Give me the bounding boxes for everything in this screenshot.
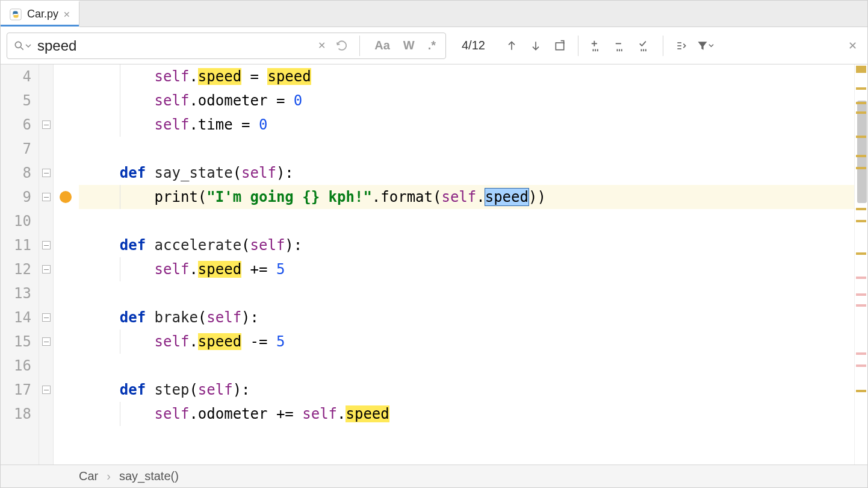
- line-number: 18: [1, 402, 31, 426]
- line-number: 13: [1, 281, 31, 305]
- fold-handle-icon[interactable]: [42, 241, 51, 249]
- python-file-icon: [9, 8, 22, 21]
- code-line[interactable]: self.speed += 5: [79, 257, 854, 281]
- fold-handle-icon[interactable]: [42, 386, 51, 394]
- add-selection-icon[interactable]: [586, 35, 607, 57]
- marker-match[interactable]: [856, 87, 866, 90]
- search-icon[interactable]: [13, 40, 31, 52]
- marker-warning[interactable]: [856, 277, 866, 279]
- marker-match[interactable]: [856, 390, 866, 392]
- search-match: speed: [346, 405, 389, 422]
- marker-match[interactable]: [856, 220, 866, 222]
- svg-rect-5: [556, 43, 563, 50]
- search-match: speed: [485, 189, 529, 205]
- line-number: 8: [1, 161, 31, 185]
- remove-selection-icon[interactable]: [610, 35, 631, 57]
- fold-handle-icon[interactable]: [42, 193, 51, 201]
- marker-match[interactable]: [856, 252, 866, 255]
- select-all-icon[interactable]: [634, 35, 656, 57]
- clear-search-icon[interactable]: ✕: [318, 40, 326, 51]
- close-tab-icon[interactable]: ✕: [63, 10, 70, 19]
- line-number: 16: [1, 354, 31, 378]
- fold-gutter[interactable]: [39, 64, 54, 465]
- code-line[interactable]: self.time = 0: [79, 113, 854, 137]
- chevron-right-icon: ›: [107, 469, 111, 483]
- fold-handle-icon[interactable]: [42, 265, 51, 274]
- marker-match[interactable]: [856, 155, 866, 157]
- regex-toggle[interactable]: .*: [424, 39, 439, 52]
- prev-match-icon[interactable]: [501, 35, 522, 57]
- code-line[interactable]: [79, 137, 854, 161]
- marker-match[interactable]: [856, 102, 866, 104]
- fold-handle-icon[interactable]: [42, 169, 51, 177]
- code-line[interactable]: def brake(self):: [79, 305, 854, 330]
- scrollbar-thumb[interactable]: [857, 101, 867, 203]
- next-match-icon[interactable]: [525, 35, 547, 57]
- line-number: 15: [1, 330, 31, 354]
- svg-rect-0: [10, 8, 21, 19]
- search-match: speed: [198, 261, 241, 278]
- code-line[interactable]: def step(self):: [79, 378, 854, 402]
- marker-match[interactable]: [856, 111, 866, 114]
- tab-bar: Car.py ✕: [1, 1, 867, 27]
- fold-handle-icon[interactable]: [42, 337, 51, 346]
- marker-warning[interactable]: [856, 304, 866, 307]
- editor-tab[interactable]: Car.py ✕: [1, 1, 79, 27]
- code-line[interactable]: self.odometer += self.speed: [79, 402, 854, 426]
- marker-match[interactable]: [856, 66, 866, 73]
- breadcrumb-item[interactable]: Car: [79, 469, 98, 483]
- marker-match[interactable]: [856, 167, 866, 169]
- code-line[interactable]: [79, 209, 854, 233]
- tab-filename: Car.py: [27, 8, 58, 20]
- search-match: speed: [198, 333, 241, 350]
- marker-warning[interactable]: [856, 352, 866, 355]
- whole-words-toggle[interactable]: W: [400, 39, 418, 52]
- line-number: 11: [1, 233, 31, 257]
- line-number: 9: [1, 185, 31, 209]
- code-line[interactable]: def say_state(self):: [79, 161, 854, 185]
- match-case-toggle[interactable]: Aa: [371, 39, 394, 52]
- line-number: 4: [1, 64, 31, 89]
- code-line[interactable]: print("I'm going {} kph!".format(self.sp…: [79, 185, 854, 209]
- intention-bulb-icon[interactable]: [60, 191, 72, 203]
- code-line[interactable]: [79, 281, 854, 305]
- code-line[interactable]: self.odometer = 0: [79, 89, 854, 113]
- svg-point-1: [15, 42, 21, 48]
- marker-match[interactable]: [856, 136, 866, 138]
- fold-handle-icon[interactable]: [42, 120, 51, 129]
- line-number: 12: [1, 257, 31, 281]
- icon-gutter: [54, 64, 79, 465]
- line-number-gutter: 456789101112131415161718: [1, 64, 39, 465]
- line-number: 17: [1, 378, 31, 402]
- line-number: 6: [1, 113, 31, 137]
- line-number: 5: [1, 89, 31, 113]
- marker-match[interactable]: [856, 208, 866, 210]
- code-area[interactable]: self.speed = speed self.odometer = 0 sel…: [79, 64, 854, 465]
- line-number: 10: [1, 209, 31, 233]
- match-count: 4/12: [448, 39, 498, 52]
- breadcrumb-bar: Car › say_state(): [1, 465, 867, 487]
- search-input-wrap: ✕ Aa W .*: [7, 33, 446, 59]
- select-all-occurrences-icon[interactable]: [549, 35, 571, 57]
- code-line[interactable]: self.speed -= 5: [79, 330, 854, 354]
- marker-warning[interactable]: [856, 293, 866, 296]
- marker-strip[interactable]: [854, 64, 867, 465]
- filter-icon[interactable]: [695, 35, 716, 57]
- search-match: speed: [198, 68, 241, 85]
- search-input[interactable]: [37, 37, 312, 54]
- code-line[interactable]: self.speed = speed: [79, 64, 854, 89]
- close-find-bar-icon[interactable]: ✕: [843, 39, 861, 52]
- code-line[interactable]: [79, 354, 854, 378]
- line-number: 7: [1, 137, 31, 161]
- breadcrumb-item[interactable]: say_state(): [119, 469, 179, 483]
- line-number: 14: [1, 305, 31, 330]
- toggle-filter-panel-icon[interactable]: [671, 35, 692, 57]
- find-bar: ✕ Aa W .* 4/12 ✕: [1, 27, 867, 64]
- search-match: speed: [267, 68, 311, 85]
- svg-line-2: [21, 47, 23, 49]
- code-line[interactable]: def accelerate(self):: [79, 233, 854, 257]
- marker-warning[interactable]: [856, 364, 866, 367]
- search-history-icon[interactable]: [335, 39, 349, 52]
- fold-handle-icon[interactable]: [42, 313, 51, 322]
- code-editor[interactable]: 456789101112131415161718 self.speed = sp…: [1, 64, 867, 465]
